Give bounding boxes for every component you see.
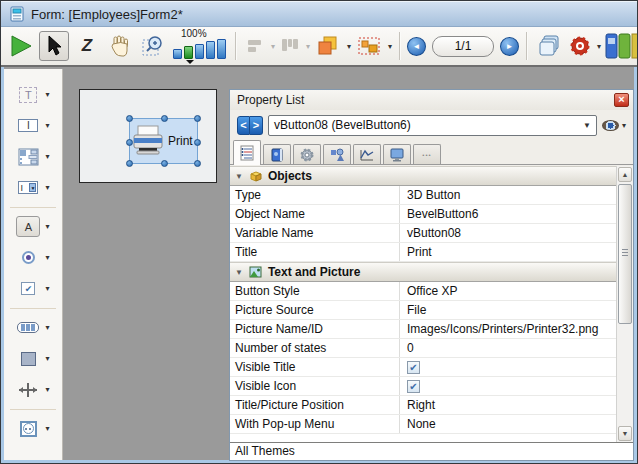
window-titlebar[interactable]: Form: [Employees]Form2*	[1, 1, 637, 27]
dropdown-arrow-icon[interactable]: ▾	[45, 90, 49, 99]
tab-book[interactable]	[263, 144, 291, 165]
printer-icon	[130, 125, 166, 157]
play-icon	[8, 33, 34, 59]
palette-checkbox-tool[interactable]: ✔ ▾	[16, 273, 49, 304]
selection-handle[interactable]	[126, 139, 133, 146]
section-header-objects[interactable]: ▼ Objects	[230, 166, 616, 186]
page-indicator[interactable]: 1/1	[432, 36, 494, 57]
tab-display[interactable]	[383, 144, 411, 165]
selection-handle[interactable]	[194, 160, 201, 167]
display-pages-button[interactable]	[534, 31, 564, 61]
palette-radio-tool[interactable]: ▾	[16, 242, 49, 273]
section-title: Objects	[268, 169, 312, 183]
align-icon	[246, 38, 264, 54]
property-row-button-style: Button Style Office XP	[230, 282, 616, 301]
dropdown-arrow-icon[interactable]: ▾	[45, 354, 49, 363]
window-title: Form: [Employees]Form2*	[31, 7, 183, 22]
checkbox-tool-icon: ✔	[21, 282, 35, 295]
palette-plugin-tool[interactable]: ▾	[16, 413, 49, 444]
property-list-panel: Property List × < > vButton08 (BevelButt…	[229, 89, 634, 461]
property-list-titlebar[interactable]: Property List ×	[230, 90, 633, 110]
align-dropdown-icon[interactable]: ▾	[271, 42, 275, 51]
selected-print-button[interactable]: Print	[129, 118, 198, 164]
palette-splitter-tool[interactable]: ▾	[16, 374, 49, 405]
close-button[interactable]: ×	[614, 93, 629, 107]
themes-footer[interactable]: All Themes	[230, 442, 633, 460]
selection-handle[interactable]	[194, 115, 201, 122]
zoom-level-group: 100%	[173, 29, 226, 64]
zoom-bar-100-selected[interactable]	[184, 46, 193, 59]
splitter-icon	[18, 382, 38, 398]
dropdown-arrow-icon[interactable]: ▾	[45, 222, 49, 231]
align-tools-button[interactable]	[243, 31, 267, 61]
main-toolbar: Z 100%	[1, 27, 637, 67]
zoom-bar-400[interactable]	[206, 41, 215, 59]
explorer-books-button[interactable]	[604, 32, 638, 60]
palette-static-text-tool[interactable]: T ▾	[16, 79, 49, 110]
tab-more[interactable]: •••	[413, 144, 441, 165]
dropdown-arrow-icon[interactable]: ▾	[45, 152, 49, 161]
form-page[interactable]: Print	[79, 89, 217, 183]
section-header-text-and-picture[interactable]: ▼ Text and Picture	[230, 262, 616, 282]
distribute-dropdown-icon[interactable]: ▾	[306, 42, 310, 51]
palette-rectangle-tool[interactable]: ▾	[16, 343, 49, 374]
selection-handle[interactable]	[161, 160, 168, 167]
next-page-button[interactable]: ►	[500, 37, 519, 56]
tab-events[interactable]	[353, 144, 381, 165]
view-options-button[interactable]: ▾	[602, 120, 626, 131]
group-tools-button[interactable]	[354, 31, 384, 61]
dropdown-arrow-icon[interactable]: ▾	[45, 385, 49, 394]
tab-order-tool-button[interactable]: Z	[72, 31, 102, 61]
selection-handle[interactable]	[194, 139, 201, 146]
zoom-bar-50[interactable]	[173, 49, 182, 59]
scrollbar-thumb[interactable]	[618, 184, 632, 324]
selection-handle[interactable]	[126, 115, 133, 122]
picture-icon	[249, 266, 262, 278]
dropdown-arrow-icon[interactable]: ▾	[45, 253, 49, 262]
tab-objects[interactable]	[323, 144, 351, 165]
selection-handle[interactable]	[161, 115, 168, 122]
actions-gear-button[interactable]	[567, 31, 593, 61]
gear-dropdown-icon[interactable]: ▾	[597, 42, 601, 51]
zoom-bar-200[interactable]	[195, 44, 204, 59]
checkbox-checked[interactable]: ✔	[407, 380, 420, 393]
tab-property-list[interactable]	[233, 140, 261, 165]
palette-listbox-tool[interactable]: ▾	[16, 141, 49, 172]
dropdown-arrow-icon[interactable]: ▾	[45, 424, 49, 433]
run-button[interactable]	[6, 31, 36, 61]
prev-object-button[interactable]: <	[237, 116, 250, 135]
book-icon	[269, 147, 285, 163]
level-dropdown-icon[interactable]: ▾	[347, 42, 351, 51]
zoom-bars[interactable]	[173, 39, 226, 59]
dropdown-arrow-icon[interactable]: ▾	[45, 183, 49, 192]
dropdown-arrow-icon[interactable]: ▾	[45, 284, 49, 293]
palette-button-tool[interactable]: A ▾	[16, 211, 49, 242]
distribute-tools-button[interactable]	[278, 31, 302, 61]
palette-input-tool[interactable]: I ▾	[16, 110, 49, 141]
checkbox-checked[interactable]: ✔	[407, 361, 420, 374]
property-scrollbar[interactable]: ▲ ▼	[617, 166, 633, 442]
dropdown-arrow-icon[interactable]: ▾	[45, 121, 49, 130]
scroll-down-button[interactable]: ▼	[618, 426, 632, 441]
collapse-triangle-icon[interactable]: ▼	[235, 268, 243, 277]
level-tools-button[interactable]	[313, 31, 343, 61]
hand-tool-button[interactable]	[105, 31, 135, 61]
tool-palette: T ▾ I ▾ ▾ I	[4, 69, 63, 460]
dropdown-arrow-icon[interactable]: ▾	[45, 323, 49, 332]
zoom-bar-800[interactable]	[217, 39, 226, 59]
collapse-triangle-icon[interactable]: ▼	[235, 172, 243, 181]
object-selector-dropdown[interactable]: vButton08 (BevelButton6) ▼	[268, 115, 597, 136]
zoom-tool-button[interactable]	[138, 31, 168, 61]
palette-buttongrid-tool[interactable]: ▾	[16, 312, 49, 343]
property-row-title: Title Print	[230, 243, 616, 262]
group-dropdown-icon[interactable]: ▾	[388, 42, 392, 51]
scroll-up-button[interactable]: ▲	[618, 167, 632, 182]
palette-combobox-tool[interactable]: I▼ ▾	[16, 172, 49, 203]
property-theme-tabs: •••	[230, 140, 633, 165]
prev-page-button[interactable]: ◄	[407, 37, 426, 56]
tab-settings[interactable]	[293, 144, 321, 165]
select-tool-button[interactable]	[39, 31, 69, 61]
property-row-visible-title: Visible Title ✔	[230, 358, 616, 377]
selection-handle[interactable]	[126, 160, 133, 167]
next-object-button[interactable]: >	[250, 116, 263, 135]
